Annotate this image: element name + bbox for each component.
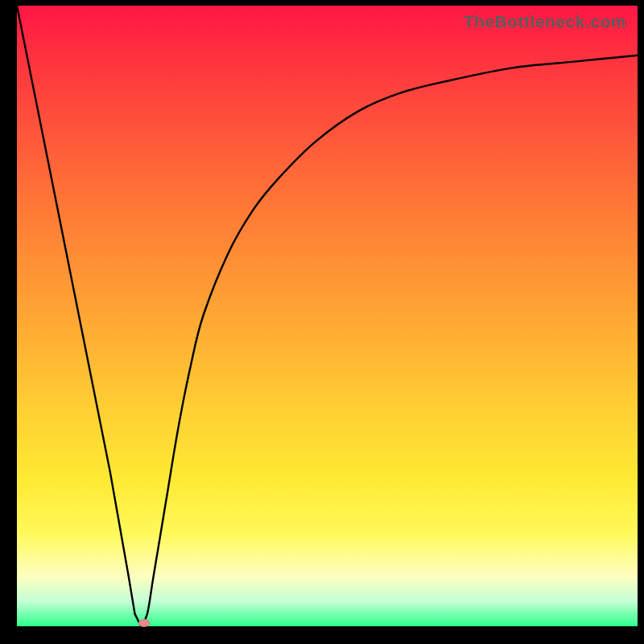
bottleneck-curve-path	[17, 6, 638, 626]
curve-layer	[17, 6, 638, 626]
optimum-marker	[138, 619, 150, 627]
chart-frame: TheBottleneck.com	[0, 0, 644, 644]
plot-area: TheBottleneck.com	[17, 6, 638, 626]
